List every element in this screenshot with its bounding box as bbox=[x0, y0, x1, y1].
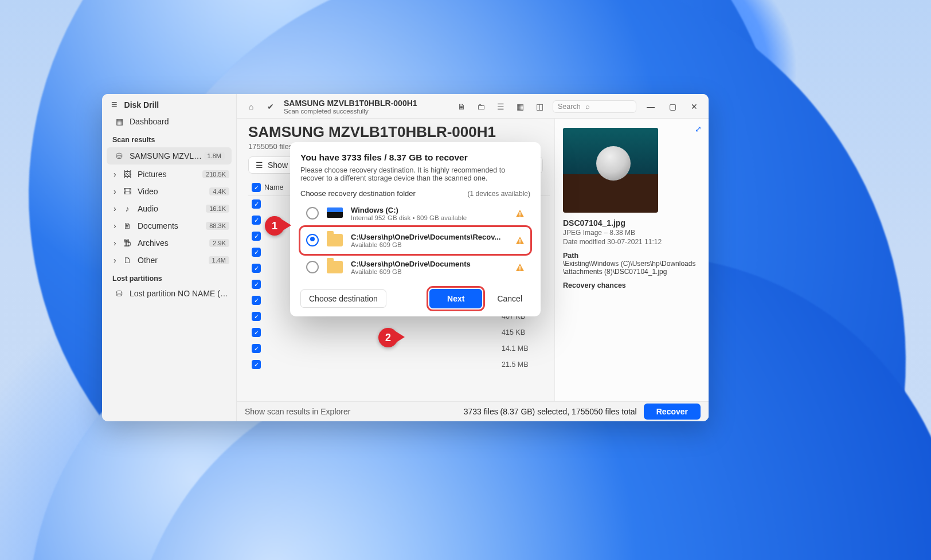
warning-icon bbox=[515, 236, 525, 245]
recovery-destination-modal: You have 3733 files / 8.37 GB to recover… bbox=[290, 142, 541, 316]
svg-rect-0 bbox=[519, 212, 521, 215]
annotation-callout-2: 2 bbox=[378, 328, 398, 347]
next-button[interactable]: Next bbox=[429, 289, 482, 308]
folder-icon bbox=[327, 261, 343, 273]
destination-option-windows-c[interactable]: Windows (C:) Internal 952 GB disk • 609 … bbox=[300, 200, 530, 227]
annotation-callout-1: 1 bbox=[265, 216, 284, 236]
modal-devices-hint: (1 devices available) bbox=[468, 190, 530, 198]
choose-destination-button[interactable]: Choose destination bbox=[300, 289, 386, 308]
destination-option-documents[interactable]: C:\Users\hp\OneDrive\Documents Available… bbox=[300, 254, 530, 281]
drive-icon bbox=[327, 207, 343, 218]
warning-icon bbox=[515, 209, 525, 218]
radio-icon[interactable] bbox=[306, 207, 319, 220]
modal-title: You have 3733 files / 8.37 GB to recover bbox=[300, 152, 530, 163]
cancel-button[interactable]: Cancel bbox=[489, 290, 530, 307]
radio-icon[interactable] bbox=[306, 261, 319, 273]
svg-rect-1 bbox=[519, 216, 521, 217]
modal-desc: Please choose recovery destination. It i… bbox=[300, 166, 530, 182]
warning-icon bbox=[515, 263, 525, 272]
modal-choose-header: Choose recovery destination folder bbox=[300, 189, 416, 198]
destination-option-recov[interactable]: C:\Users\hp\OneDrive\Documents\Recov... … bbox=[300, 227, 530, 254]
svg-rect-5 bbox=[519, 269, 521, 271]
svg-rect-4 bbox=[519, 266, 521, 269]
svg-rect-2 bbox=[519, 239, 521, 242]
folder-icon bbox=[327, 234, 343, 246]
radio-icon[interactable] bbox=[306, 234, 319, 246]
svg-rect-3 bbox=[519, 242, 521, 244]
